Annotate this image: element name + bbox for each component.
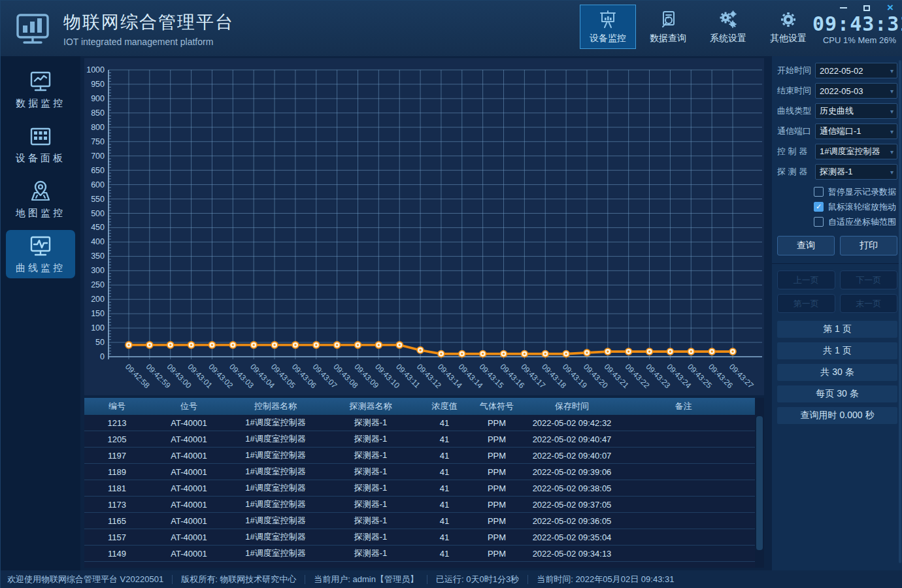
svg-text:50: 50 [95, 338, 105, 347]
panel-scrollbar[interactable] [899, 60, 901, 563]
close-button[interactable]: × [886, 3, 895, 12]
column-header[interactable]: 气体符号 [471, 398, 523, 415]
table-row[interactable]: 1213AT-400011#调度室控制器探测器-141PPM2022-05-02… [84, 415, 764, 431]
table-row[interactable]: 1165AT-400011#调度室控制器探测器-141PPM2022-05-02… [84, 513, 764, 529]
current-user-text: 当前用户: admin【管理员】 [314, 574, 418, 585]
nav-label: 系统设置 [710, 33, 746, 44]
table-row[interactable]: 1181AT-400011#调度室控制器探测器-141PPM2022-05-02… [84, 480, 764, 497]
table-cell: 1197 [84, 448, 150, 463]
table-cell: 1#调度室控制器 [228, 513, 323, 529]
maximize-button[interactable] [862, 3, 871, 12]
last-page-button[interactable]: 末一页 [840, 294, 898, 313]
app-title: 物联网综合管理平台 [63, 10, 234, 34]
next-page-button[interactable]: 下一页 [840, 270, 898, 289]
column-header[interactable]: 浓度值 [418, 398, 471, 415]
table-scrollbar[interactable] [755, 398, 764, 568]
sidebar-item-device-panel[interactable]: 设备面板 [6, 120, 75, 169]
table-scrollbar-thumb[interactable] [756, 416, 763, 550]
table-cell: 2022-05-02 09:40:47 [523, 431, 621, 447]
field-comm-port: 通信端口 通信端口-1 ▾ [777, 123, 897, 139]
column-header[interactable]: 备注 [621, 398, 746, 415]
table-cell: 1#调度室控制器 [228, 497, 323, 512]
title-bar: 物联网综合管理平台 IOT integrated management plat… [1, 1, 902, 56]
table-cell [621, 431, 746, 447]
table-header: 编号 位号 控制器名称 探测器名称 浓度值 气体符号 保存时间 备注 [84, 398, 764, 415]
wheel-zoom-checkbox[interactable]: ✓ [814, 202, 824, 212]
table-cell: PPM [471, 529, 523, 545]
sidebar-item-curve-monitor[interactable]: 曲线监控 [6, 230, 75, 278]
sidebar-item-map-monitor[interactable]: 地图监控 [6, 175, 75, 223]
table-cell: 1#调度室控制器 [228, 431, 323, 447]
first-page-button[interactable]: 第一页 [777, 294, 835, 313]
table-cell: 41 [418, 448, 471, 463]
other-settings-gear-icon [778, 10, 798, 29]
table-cell: 41 [418, 431, 471, 447]
table-cell: AT-40001 [150, 431, 228, 447]
pause-display-checkbox[interactable] [814, 187, 824, 197]
device-panel-grid-icon [28, 125, 53, 148]
field-controller: 控 制 器 1#调度室控制器 ▾ [777, 144, 897, 159]
app-title-block: 物联网综合管理平台 IOT integrated management plat… [63, 10, 234, 47]
table-row[interactable]: 1197AT-400011#调度室控制器探测器-141PPM2022-05-02… [84, 448, 764, 464]
table-row[interactable]: 1149AT-400011#调度室控制器探测器-141PPM2022-05-02… [84, 546, 764, 562]
sidebar-item-label: 曲线监控 [16, 262, 65, 274]
field-label: 曲线类型 [777, 105, 815, 117]
prev-page-button[interactable]: 上一页 [777, 270, 835, 289]
nav-other-settings[interactable]: 其他设置 [760, 5, 816, 49]
detector-select[interactable]: 探测器-1 ▾ [815, 164, 897, 180]
column-header[interactable]: 控制器名称 [228, 398, 323, 415]
table-row[interactable]: 1173AT-400011#调度室控制器探测器-141PPM2022-05-02… [84, 497, 764, 513]
table-cell: AT-40001 [150, 480, 228, 496]
table-cell: 2022-05-02 09:42:32 [523, 415, 621, 431]
nav-system-settings[interactable]: 系统设置 [700, 5, 756, 49]
nav-data-query[interactable]: 数据查询 [640, 5, 696, 49]
sidebar-item-label: 数据监控 [16, 97, 65, 110]
table-cell: 1157 [84, 529, 150, 545]
table-cell: PPM [471, 546, 523, 561]
print-button[interactable]: 打印 [840, 236, 897, 255]
sidebar-item-data-monitor[interactable]: 数据监控 [6, 65, 75, 114]
auto-axis-checkbox[interactable] [814, 217, 824, 227]
checkbox-label: 暂停显示记录数据 [828, 186, 896, 198]
query-button[interactable]: 查询 [777, 236, 835, 255]
app-subtitle: IOT integrated management platform [63, 37, 234, 47]
table-row[interactable]: 1205AT-400011#调度室控制器探测器-141PPM2022-05-02… [84, 431, 764, 448]
table-cell: 41 [418, 464, 471, 480]
end-time-select[interactable]: 2022-05-03 ▾ [815, 83, 897, 99]
comm-port-select[interactable]: 通信端口-1 ▾ [815, 123, 897, 139]
field-value: 通信端口-1 [820, 125, 861, 137]
monitor-bar-chart-icon [14, 10, 52, 48]
table-cell: PPM [471, 513, 523, 529]
current-time-text: 当前时间: 2022年05月02日 09:43:31 [537, 574, 674, 585]
table-cell: 2022-05-02 09:39:06 [523, 464, 621, 480]
checkbox-auto-axis: 自适应坐标轴范围 [777, 214, 896, 229]
table-cell: 41 [418, 480, 471, 496]
controller-select[interactable]: 1#调度室控制器 ▾ [815, 144, 897, 159]
table-row[interactable]: 1157AT-400011#调度室控制器探测器-141PPM2022-05-02… [84, 529, 764, 546]
status-separator [172, 575, 173, 584]
status-separator [527, 575, 528, 584]
curve-chart-area[interactable]: 0501001502002503003504004505005506006507… [84, 58, 764, 395]
column-header[interactable]: 编号 [84, 398, 150, 415]
system-load: CPU 1% Mem 26% [812, 35, 896, 45]
table-row[interactable]: 1189AT-400011#调度室控制器探测器-141PPM2022-05-02… [84, 464, 764, 480]
minimize-button[interactable] [839, 3, 848, 12]
sidebar-item-label: 设备面板 [16, 152, 65, 165]
start-time-select[interactable]: 2022-05-02 ▾ [815, 63, 897, 78]
table-cell: AT-40001 [150, 448, 228, 463]
nav-label: 设备监控 [590, 33, 626, 44]
table-cell [621, 513, 746, 529]
field-label: 通信端口 [777, 125, 815, 137]
curve-type-select[interactable]: 历史曲线 ▾ [815, 103, 897, 119]
svg-text:700: 700 [91, 152, 105, 161]
nav-device-monitor[interactable]: 设备监控 [580, 5, 636, 49]
column-header[interactable]: 保存时间 [523, 398, 621, 415]
mem-usage: Mem 26% [858, 35, 896, 45]
status-separator [427, 575, 427, 584]
table-cell: PPM [471, 464, 523, 480]
table-cell: 1205 [84, 431, 150, 447]
svg-text:350: 350 [91, 252, 105, 261]
column-header[interactable]: 位号 [150, 398, 228, 415]
chevron-down-icon: ▾ [890, 128, 894, 135]
column-header[interactable]: 探测器名称 [323, 398, 418, 415]
